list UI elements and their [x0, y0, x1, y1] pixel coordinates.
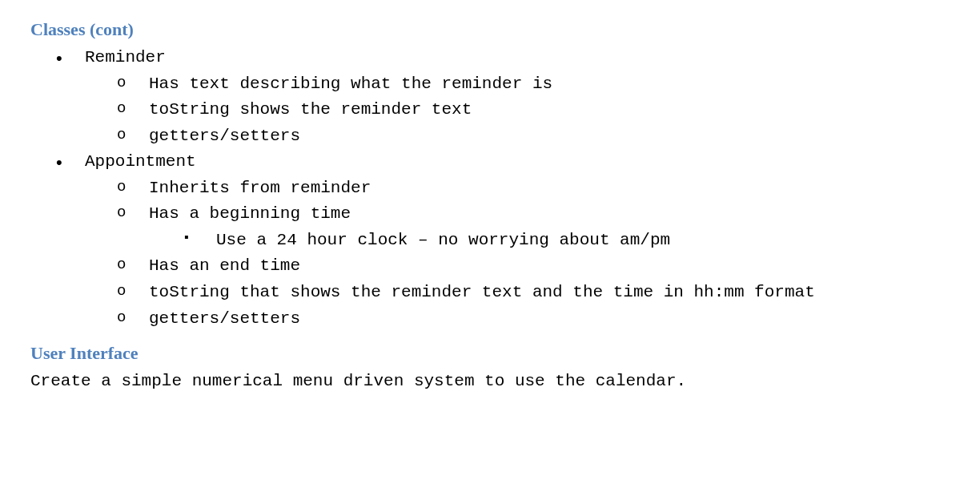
- list-item: getters/setters: [117, 123, 950, 150]
- list-item: getters/setters: [117, 306, 950, 333]
- list-level2: Inherits from reminder Has a beginning t…: [117, 175, 950, 332]
- list-item: Has an end time: [117, 253, 950, 280]
- list-item: toString that shows the reminder text an…: [117, 280, 950, 306]
- list-item: toString shows the reminder text: [117, 97, 950, 123]
- list-item-text: Has a beginning time: [149, 204, 351, 223]
- list-item-appointment: Appointment Inherits from reminder Has a…: [56, 149, 950, 332]
- list-item: Inherits from reminder: [117, 175, 950, 202]
- list-level2: Has text describing what the reminder is…: [117, 71, 950, 150]
- list-item-text: toString that shows the reminder text an…: [149, 283, 815, 301]
- list-item-reminder: Reminder Has text describing what the re…: [56, 45, 950, 149]
- section-heading-ui: User Interface: [30, 340, 950, 367]
- list-item-text: Use a 24 hour clock – no worrying about …: [216, 231, 670, 249]
- list-item: Has a beginning time Use a 24 hour clock…: [117, 201, 950, 253]
- list-item-text: getters/setters: [149, 127, 300, 145]
- list-item-label: Appointment: [85, 152, 196, 171]
- list-item-text: Has text describing what the reminder is: [149, 75, 552, 93]
- list-level1: Reminder Has text describing what the re…: [56, 45, 950, 332]
- list-item-text: toString shows the reminder text: [149, 100, 472, 119]
- list-item: Has text describing what the reminder is: [117, 71, 950, 98]
- list-item-text: Inherits from reminder: [149, 179, 371, 197]
- list-item-text: Has an end time: [149, 256, 300, 275]
- list-item-text: getters/setters: [149, 309, 300, 328]
- section-heading-classes: Classes (cont): [30, 16, 950, 43]
- section-body-ui: Create a simple numerical menu driven sy…: [30, 369, 950, 395]
- list-item-label: Reminder: [85, 48, 166, 67]
- list-item: Use a 24 hour clock – no worrying about …: [184, 228, 950, 254]
- list-level3: Use a 24 hour clock – no worrying about …: [184, 228, 950, 254]
